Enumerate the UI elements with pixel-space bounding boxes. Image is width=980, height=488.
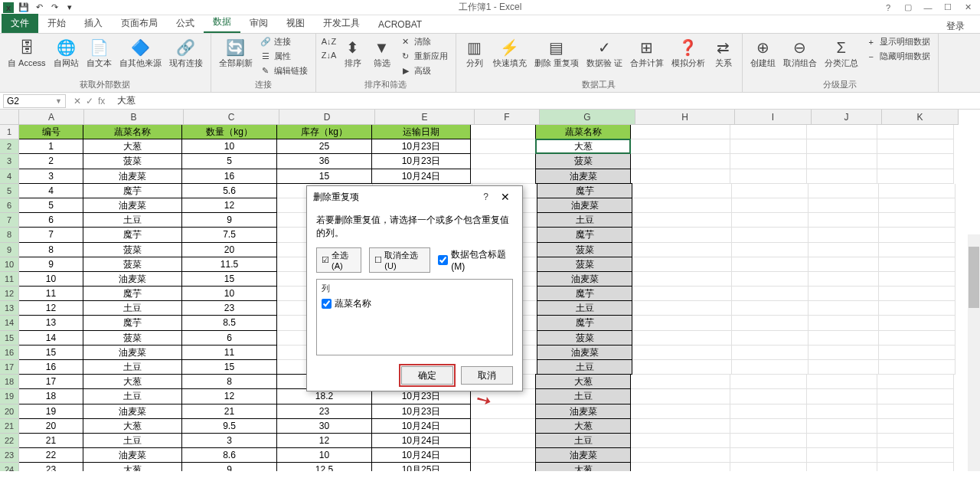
ok-button[interactable]: 确定: [401, 366, 453, 385]
cell[interactable]: [730, 419, 807, 434]
hide-detail-button[interactable]: −隐藏明细数据: [863, 50, 933, 63]
tab-view[interactable]: 视图: [277, 14, 314, 33]
cell[interactable]: [877, 448, 954, 463]
cell[interactable]: 大葱: [83, 139, 182, 154]
chevron-down-icon[interactable]: ▼: [55, 97, 62, 105]
help-icon[interactable]: ?: [879, 2, 897, 14]
cell[interactable]: 30: [276, 418, 372, 434]
list-item[interactable]: 蔬菜名称: [322, 297, 508, 310]
connections-button[interactable]: 🔗连接: [257, 35, 311, 48]
cell[interactable]: [631, 389, 730, 404]
cell[interactable]: [631, 434, 730, 448]
row-header[interactable]: 7: [0, 213, 19, 228]
cell[interactable]: [807, 404, 877, 419]
cell[interactable]: 油麦菜: [83, 345, 182, 360]
show-detail-button[interactable]: +显示明细数据: [863, 35, 933, 48]
vertical-scrollbar[interactable]: [968, 234, 980, 471]
cell[interactable]: 12: [18, 300, 83, 316]
select-all-corner[interactable]: [0, 110, 19, 125]
cell[interactable]: 6: [181, 330, 277, 346]
cell[interactable]: 菠菜: [83, 330, 182, 346]
cell[interactable]: 5: [18, 198, 83, 213]
undo-icon[interactable]: ↶: [34, 2, 44, 13]
dialog-titlebar[interactable]: 删除重复项 ? ✕: [307, 186, 522, 208]
cell[interactable]: 魔芋: [537, 286, 632, 301]
cell[interactable]: 10月24日: [371, 433, 471, 448]
column-header[interactable]: D: [279, 110, 375, 125]
cell[interactable]: 18: [18, 388, 83, 404]
cell[interactable]: [808, 360, 879, 375]
cell[interactable]: [732, 346, 808, 360]
cell[interactable]: 10月23日: [371, 153, 471, 169]
cell[interactable]: 13: [18, 315, 83, 330]
row-header[interactable]: 3: [0, 154, 19, 169]
close-icon[interactable]: ✕: [959, 2, 977, 14]
row-header[interactable]: 14: [0, 316, 19, 330]
tab-dev[interactable]: 开发工具: [314, 14, 369, 33]
dialog-help-icon[interactable]: ?: [477, 192, 495, 202]
row-header[interactable]: 24: [0, 463, 19, 471]
row-header[interactable]: 11: [0, 272, 19, 287]
cell[interactable]: [808, 287, 879, 301]
row-header[interactable]: 16: [0, 346, 19, 360]
data-validation-button[interactable]: ✓数据验 证: [583, 35, 626, 70]
cell[interactable]: 土豆: [537, 359, 632, 375]
row-header[interactable]: 19: [0, 389, 19, 404]
cell[interactable]: 9: [18, 257, 83, 272]
subtotal-button[interactable]: Σ分类汇总: [822, 35, 861, 70]
cell[interactable]: [877, 463, 954, 471]
cell[interactable]: 魔芋: [83, 315, 182, 330]
cell[interactable]: 15: [181, 271, 277, 287]
cell[interactable]: 土豆: [83, 212, 182, 228]
cell[interactable]: 菠菜: [537, 330, 632, 346]
cell[interactable]: [879, 316, 956, 330]
row-header[interactable]: 21: [0, 419, 19, 434]
cell[interactable]: [730, 434, 807, 448]
cell[interactable]: 魔芋: [83, 227, 182, 242]
cell[interactable]: [631, 375, 730, 389]
cell[interactable]: 大葱: [83, 374, 182, 389]
column-header[interactable]: B: [84, 110, 184, 125]
row-header[interactable]: 8: [0, 228, 19, 242]
cell[interactable]: [471, 434, 536, 448]
dialog-close-icon[interactable]: ✕: [495, 191, 516, 203]
cell[interactable]: [877, 125, 954, 139]
cell[interactable]: [730, 154, 807, 169]
cell[interactable]: [807, 375, 877, 389]
cell[interactable]: [732, 243, 808, 257]
qat-dropdown-icon[interactable]: ▾: [64, 2, 75, 13]
cell[interactable]: 15: [181, 359, 277, 375]
text-to-columns-button[interactable]: ▥分列: [461, 35, 488, 70]
sort-za-button[interactable]: Z↓A: [321, 49, 338, 61]
cell[interactable]: 大葱: [535, 139, 631, 154]
cell[interactable]: [631, 169, 730, 184]
properties-button[interactable]: ☰属性: [257, 50, 311, 63]
row-header[interactable]: 12: [0, 287, 19, 301]
cell[interactable]: [471, 463, 536, 471]
row-header[interactable]: 15: [0, 331, 19, 346]
cell[interactable]: 8.6: [181, 447, 277, 463]
cell[interactable]: 油麦菜: [535, 169, 631, 184]
cell[interactable]: 库存（kg）: [276, 124, 372, 139]
cell[interactable]: 10月24日: [371, 169, 471, 184]
cell[interactable]: [471, 125, 536, 139]
cell[interactable]: 菠菜: [83, 257, 182, 272]
cell[interactable]: [632, 316, 732, 330]
cell[interactable]: 23: [18, 462, 83, 471]
cell[interactable]: 10月23日: [371, 139, 471, 154]
cell[interactable]: [471, 169, 536, 184]
cell[interactable]: 9: [181, 462, 277, 471]
cell[interactable]: [732, 198, 808, 213]
cell[interactable]: 7.5: [181, 227, 277, 242]
cell[interactable]: 8: [18, 242, 83, 257]
cell[interactable]: [877, 139, 954, 154]
cell[interactable]: [808, 331, 879, 346]
cell[interactable]: 油麦菜: [535, 404, 631, 419]
cell[interactable]: 5.6: [181, 183, 277, 198]
cell[interactable]: [808, 213, 879, 228]
cell[interactable]: [730, 463, 807, 471]
cell[interactable]: 土豆: [83, 359, 182, 375]
row-header[interactable]: 5: [0, 184, 19, 198]
cell[interactable]: 菠菜: [83, 242, 182, 257]
cell[interactable]: [632, 272, 732, 287]
